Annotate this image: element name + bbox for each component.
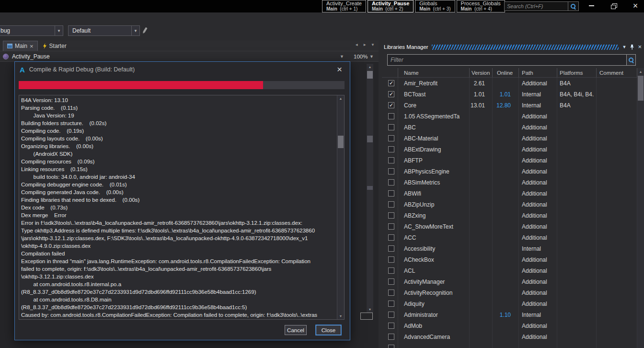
library-row[interactable]: AdvancedCameraAdditional [382,331,637,342]
column-header-path[interactable]: Path [519,68,557,77]
library-row[interactable]: ActivityManagerAdditional [382,276,637,287]
library-row[interactable]: ABC-MaterialAdditional [382,133,637,144]
column-header-comment[interactable]: Comment [597,68,637,77]
close-window-button[interactable]: × [628,1,643,11]
scroll-tabs-left-icon[interactable]: ◄ [355,43,358,47]
scroll-up-icon[interactable]: ▲ [337,95,344,102]
library-checkbox[interactable] [388,212,394,219]
panel-title-bar[interactable]: Libraries Manager ▼ × [382,42,644,52]
library-row[interactable]: ABCAdditional [382,122,637,133]
library-row[interactable]: ABExtDrawingAdditional [382,144,637,155]
cancel-button[interactable]: Cancel [285,325,307,335]
library-checkbox[interactable]: ✓ [388,80,394,86]
library-row[interactable]: ACCAdditional [382,232,637,243]
library-checkbox[interactable] [388,135,394,141]
column-header-name[interactable]: Name [398,68,470,77]
library-row[interactable]: 1.05 ASSegmentedTaAdditional [382,111,637,122]
scrollbar-thumb[interactable] [367,71,373,79]
search-button[interactable] [568,1,579,11]
library-row[interactable]: ✓Amir_Retrofit2.61AdditionalB4A [382,78,637,89]
library-checkbox[interactable] [388,201,394,208]
column-header-platforms[interactable]: Platforms [557,68,597,77]
library-row[interactable]: ABZipUnzipAdditional [382,199,637,210]
library-row[interactable] [382,342,637,348]
editor-tab-starter[interactable]: Starter [39,41,70,51]
library-row[interactable]: ABZxingAdditional [382,210,637,221]
library-checkbox[interactable] [388,334,394,340]
layout-variant-dropdown[interactable]: Default ▼ [68,25,140,36]
library-checkbox[interactable] [388,146,394,152]
library-online-version[interactable]: 12.80 [493,100,519,111]
scrollbar-thumb[interactable] [338,136,344,148]
library-row[interactable]: AC_ShowMoreTextAdditional [382,221,637,232]
zoom-selector[interactable]: 100% ▼ [352,51,379,61]
library-row[interactable]: AccessibilityInternal [382,243,637,254]
library-row[interactable]: ActivityRecognitionAdditional [382,287,637,298]
column-header-version[interactable]: Version [470,68,493,77]
editor-scrollbar[interactable]: ▲ ▼ [367,64,373,313]
library-checkbox[interactable] [388,301,394,307]
library-checkbox[interactable] [388,223,394,230]
library-row[interactable]: ABFTPAdditional [382,155,637,166]
library-checkbox[interactable] [388,267,394,274]
editor-corner-button[interactable] [360,313,373,320]
jump-tab-globals[interactable]: GlobalsMain (ctrl + 3) [415,0,455,12]
library-checkbox[interactable] [388,345,394,348]
jump-tab-activity_pause[interactable]: Activity_PauseMain (ctrl + 2) [368,0,414,12]
library-filter-input[interactable] [387,54,627,66]
scroll-down-icon[interactable]: ▼ [337,313,344,319]
library-checkbox[interactable] [388,113,394,119]
library-checkbox[interactable] [388,256,394,263]
column-header-online[interactable]: Online [493,68,519,77]
panel-close-icon[interactable]: × [638,44,642,50]
library-row[interactable]: ABSimMetricsAdditional [382,177,637,188]
library-checkbox[interactable] [388,245,394,252]
library-checkbox[interactable] [388,290,394,296]
library-checkbox[interactable] [388,124,394,130]
jump-tab-activity_create[interactable]: Activity_CreateMain (ctrl + 1) [322,0,366,12]
editor-tab-main[interactable]: Main × [3,41,38,51]
library-row[interactable]: ACLAdditional [382,265,637,276]
library-checkbox[interactable] [388,234,394,241]
dialog-close-icon[interactable]: × [334,66,345,73]
close-button[interactable]: Close [316,325,341,335]
minimize-button[interactable] [584,1,598,11]
library-checkbox[interactable] [388,179,394,186]
library-checkbox[interactable] [388,312,394,318]
library-checkbox[interactable]: ✓ [388,102,394,108]
library-row[interactable]: AdiquityAdditional [382,298,637,309]
module-sub-selector[interactable]: Activity_Pause ▼ [0,51,350,61]
jump-tab-process_globals[interactable]: Process_GlobalsMain (ctrl + 4) [457,0,505,12]
library-checkbox[interactable] [388,168,394,174]
scroll-tabs-right-icon[interactable]: ► [363,43,367,47]
log-scrollbar[interactable]: ▲ ▼ [337,95,344,319]
pin-icon[interactable] [630,44,634,50]
library-online-version[interactable]: 1.01 [493,89,519,100]
scrollbar-thumb[interactable] [638,76,644,101]
compile-log-box[interactable]: B4A Version: 13.10Parsing code. (0.11s) … [19,95,345,320]
library-row[interactable]: ✓Core13.0112.80InternalB4A [382,100,637,111]
close-tab-icon[interactable]: × [30,44,34,49]
library-checkbox[interactable] [388,157,394,163]
library-checkbox[interactable] [388,190,394,197]
panel-menu-icon[interactable]: ▼ [622,45,626,49]
library-row[interactable]: ABPhysicsEngineAdditional [382,166,637,177]
restore-button[interactable] [606,1,621,11]
library-checkbox[interactable] [388,278,394,285]
filter-search-button[interactable] [627,54,636,66]
library-checkbox[interactable] [388,323,394,329]
library-row[interactable]: ACheckBoxAdditional [382,254,637,265]
tab-list-dropdown-icon[interactable]: ▼ [371,43,375,47]
library-checkbox[interactable]: ✓ [388,91,394,97]
scroll-down-icon[interactable]: ▼ [367,306,373,313]
scroll-up-icon[interactable]: ▲ [637,69,644,75]
libraries-scrollbar[interactable]: ▲ [637,68,644,348]
library-row[interactable]: ABWifiAdditional [382,188,637,199]
build-configuration-dropdown[interactable]: bug ▼ [0,25,63,36]
scroll-up-icon[interactable]: ▲ [367,64,373,70]
library-row[interactable]: Administrator1.10Internal [382,309,637,320]
library-row[interactable]: AdMobAdditional [382,320,637,331]
search-input[interactable] [504,1,568,11]
library-row[interactable]: ✓BCToast1.011.01InternalB4A, B4i, B4. [382,89,637,100]
library-online-version[interactable]: 1.10 [493,309,519,320]
